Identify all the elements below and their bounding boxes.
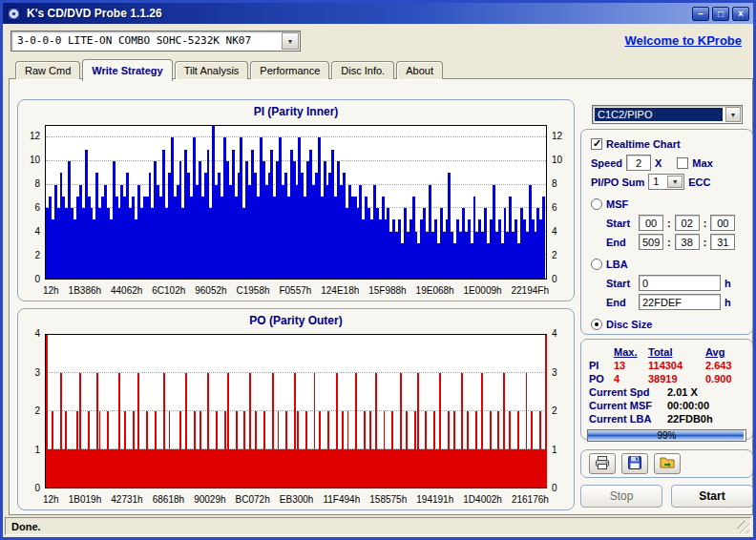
bar bbox=[436, 449, 438, 488]
bar bbox=[74, 449, 75, 488]
bar bbox=[236, 411, 238, 488]
tab-write-strategy[interactable]: Write Strategy bbox=[82, 59, 172, 81]
bar bbox=[467, 411, 469, 488]
x-tick-label: 12h bbox=[43, 285, 59, 296]
start-button[interactable]: Start bbox=[671, 485, 753, 508]
tab-performance[interactable]: Performance bbox=[250, 61, 329, 79]
print-button[interactable] bbox=[589, 453, 616, 474]
msf-start-frame-input[interactable] bbox=[710, 215, 735, 231]
y-tick-label: 8 bbox=[34, 179, 40, 189]
max-speed-checkbox[interactable] bbox=[677, 157, 688, 169]
msf-radio-row: MSF bbox=[581, 196, 752, 212]
chevron-down-icon[interactable]: ▼ bbox=[725, 107, 741, 122]
bar bbox=[252, 449, 254, 488]
bar bbox=[57, 449, 59, 488]
realtime-chart-checkbox[interactable] bbox=[591, 138, 602, 150]
bar bbox=[79, 373, 81, 488]
drive-select[interactable]: 3-0-0-0 LITE-ON COMBO SOHC-5232K NK07 ▼ bbox=[10, 31, 301, 52]
bar bbox=[133, 411, 135, 488]
speed-input[interactable] bbox=[626, 155, 651, 171]
bar bbox=[305, 411, 307, 488]
mode-select[interactable]: C1C2/PIPO ▼ bbox=[592, 105, 743, 124]
msf-start-sec-input[interactable] bbox=[675, 215, 700, 231]
bar bbox=[456, 449, 458, 488]
stop-button[interactable]: Stop bbox=[580, 485, 662, 508]
msf-radio[interactable] bbox=[591, 198, 602, 210]
po-avg-value: 0.900 bbox=[705, 373, 752, 384]
bar bbox=[512, 449, 514, 488]
export-button[interactable] bbox=[654, 453, 681, 474]
bar bbox=[118, 373, 120, 488]
bar bbox=[327, 411, 329, 488]
y-tick-label: 4 bbox=[34, 227, 40, 237]
bar bbox=[124, 411, 126, 488]
y-tick-label: 4 bbox=[34, 329, 40, 339]
colon-separator: : bbox=[667, 237, 671, 248]
bar bbox=[384, 411, 386, 488]
lba-start-input[interactable] bbox=[639, 275, 721, 291]
bar bbox=[263, 411, 265, 488]
bar bbox=[94, 449, 95, 488]
bar bbox=[275, 449, 277, 488]
title-bar[interactable]: K's CD/DVD Probe 1.1.26 – □ × bbox=[3, 3, 753, 24]
x-tick-label: 216176h bbox=[512, 494, 549, 505]
pi-max-value: 13 bbox=[614, 360, 648, 371]
folder-export-icon bbox=[660, 455, 675, 473]
disc-size-radio[interactable] bbox=[591, 319, 602, 330]
lba-label: LBA bbox=[606, 259, 628, 270]
bar bbox=[171, 449, 173, 488]
bar bbox=[352, 449, 354, 488]
po-chart-title: PO (Parity Outer) bbox=[18, 314, 574, 327]
bar bbox=[534, 449, 536, 488]
bar bbox=[179, 411, 181, 488]
lba-end-input[interactable] bbox=[639, 294, 721, 310]
bar bbox=[60, 373, 62, 488]
bar bbox=[381, 449, 383, 488]
resize-grip[interactable] bbox=[737, 521, 749, 533]
msf-end-sec-input[interactable] bbox=[675, 234, 700, 250]
y-tick-label: 6 bbox=[34, 203, 40, 213]
po-stats-row: PO 4 38919 0.900 bbox=[581, 372, 752, 385]
welcome-link[interactable]: Welcome to KProbe bbox=[624, 33, 742, 48]
output-buttons-group bbox=[580, 449, 753, 478]
save-button[interactable] bbox=[621, 453, 648, 474]
x-tick-label: 1D4002h bbox=[463, 494, 502, 505]
bar bbox=[177, 449, 178, 488]
bar bbox=[470, 449, 472, 488]
bar bbox=[316, 449, 318, 488]
bar bbox=[46, 335, 48, 488]
x-tick-label: 1B019h bbox=[69, 494, 101, 505]
bar bbox=[303, 449, 304, 488]
pipo-sum-select[interactable]: 1 ▼ bbox=[648, 174, 684, 190]
bar bbox=[130, 449, 132, 488]
pi-y-axis-right: 024681012 bbox=[549, 125, 572, 280]
bar bbox=[174, 449, 176, 488]
colon-separator: : bbox=[704, 237, 707, 248]
minimize-button[interactable]: – bbox=[692, 7, 709, 21]
msf-end-frame-input[interactable] bbox=[710, 234, 735, 250]
bar bbox=[285, 411, 287, 488]
stats-group: Max. Total Avg PI 13 114304 2.643 PO 4 3… bbox=[580, 339, 753, 440]
chevron-down-icon[interactable]: ▼ bbox=[667, 176, 682, 188]
y-tick-label: 8 bbox=[552, 179, 557, 189]
bar bbox=[319, 411, 321, 488]
bar bbox=[191, 449, 193, 488]
tab-tilt-analysis[interactable]: Tilt Analysis bbox=[175, 61, 249, 79]
tab-about[interactable]: About bbox=[396, 61, 443, 79]
lba-end-label: End bbox=[606, 297, 635, 308]
maximize-button[interactable]: □ bbox=[712, 7, 729, 21]
close-button[interactable]: × bbox=[732, 7, 749, 21]
msf-start-min-input[interactable] bbox=[639, 215, 663, 231]
bar bbox=[246, 449, 248, 488]
tab-raw-cmd[interactable]: Raw Cmd bbox=[15, 61, 80, 79]
bar bbox=[213, 449, 215, 488]
chevron-down-icon[interactable]: ▼ bbox=[282, 32, 299, 50]
tab-disc-info[interactable]: Disc Info. bbox=[331, 61, 394, 79]
current-lba-label: Current LBA bbox=[589, 413, 667, 425]
msf-end-min-input[interactable] bbox=[639, 234, 663, 250]
stats-header-total: Total bbox=[648, 346, 705, 358]
po-y-axis-left: 01234 bbox=[20, 334, 43, 488]
pi-row-label: PI bbox=[589, 360, 614, 371]
lba-radio[interactable] bbox=[591, 259, 602, 270]
po-chart: PO (Parity Outer) 01234 01234 12h1B019h4… bbox=[17, 308, 575, 510]
